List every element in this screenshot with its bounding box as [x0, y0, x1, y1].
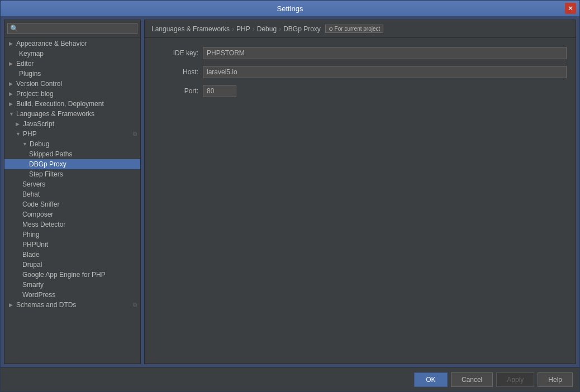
tree-container: ▶ Appearance & Behavior Keymap ▶ Editor [4, 37, 140, 364]
port-input[interactable] [203, 85, 236, 97]
arrow-icon: ▶ [9, 81, 15, 87]
sidebar-item-appearance[interactable]: ▶ Appearance & Behavior [4, 39, 140, 49]
sidebar-item-google-app-engine[interactable]: Google App Engine for PHP [4, 270, 140, 280]
host-label: Host: [154, 68, 198, 76]
copy-icon: ⧉ [133, 131, 137, 137]
breadcrumb-sep3: › [279, 25, 281, 33]
search-box [4, 20, 140, 37]
arrow-icon: ▶ [9, 101, 15, 107]
sidebar-item-drupal[interactable]: Drupal [4, 260, 140, 270]
breadcrumb-part4: DBGp Proxy [283, 25, 321, 33]
sidebar-item-build-execution[interactable]: ▶ Build, Execution, Deployment [4, 99, 140, 109]
sidebar-item-languages-frameworks[interactable]: ▼ Languages & Frameworks [4, 109, 140, 119]
sidebar-item-behat[interactable]: Behat [4, 189, 140, 199]
arrow-icon: ▶ [9, 41, 15, 46]
close-button[interactable]: ✕ [565, 3, 576, 14]
sidebar-item-code-sniffer[interactable]: Code Sniffer [4, 199, 140, 209]
sidebar-item-php[interactable]: ▼ PHP ⧉ [4, 129, 140, 139]
sidebar-item-keymap[interactable]: Keymap [4, 49, 140, 59]
arrow-icon: ▶ [9, 302, 15, 308]
breadcrumb-part2: PHP [236, 25, 250, 33]
apply-button[interactable]: Apply [496, 372, 534, 387]
title-bar: Settings ✕ [1, 1, 579, 16]
sidebar-item-dbgp-proxy[interactable]: DBGp Proxy [4, 159, 140, 169]
breadcrumb: Languages & Frameworks › PHP › Debug › D… [145, 20, 576, 38]
footer: OK Cancel Apply Help [1, 367, 579, 391]
arrow-icon: ▼ [22, 141, 28, 147]
project-tag-icon: ⊙ [329, 26, 333, 32]
sidebar-item-servers[interactable]: Servers [4, 179, 140, 189]
main-content: ▶ Appearance & Behavior Keymap ▶ Editor [1, 16, 579, 367]
copy-icon: ⧉ [133, 302, 137, 308]
arrow-icon: ▼ [9, 111, 15, 117]
sidebar-item-composer[interactable]: Composer [4, 209, 140, 219]
arrow-icon: ▶ [9, 61, 15, 66]
ok-button[interactable]: OK [414, 372, 448, 387]
sidebar-item-wordpress[interactable]: WordPress [4, 290, 140, 300]
arrow-icon: ▶ [16, 121, 21, 127]
sidebar-item-mess-detector[interactable]: Mess Detector [4, 219, 140, 230]
cancel-button[interactable]: Cancel [451, 372, 493, 387]
project-tag: ⊙ For current project [325, 25, 383, 33]
sidebar-item-project-blog[interactable]: ▶ Project: blog [4, 89, 140, 99]
sidebar-item-skipped-paths[interactable]: Skipped Paths [4, 149, 140, 159]
arrow-icon: ▶ [9, 91, 15, 97]
port-row: Port: [154, 85, 567, 97]
sidebar-item-plugins[interactable]: Plugins [4, 69, 140, 79]
sidebar-item-editor[interactable]: ▶ Editor [4, 59, 140, 69]
sidebar-item-phing[interactable]: Phing [4, 230, 140, 240]
ide-key-input[interactable] [203, 47, 567, 59]
search-input[interactable] [7, 23, 137, 34]
ide-key-label: IDE key: [154, 49, 198, 57]
sidebar-item-schemas-dtds[interactable]: ▶ Schemas and DTDs ⧉ [4, 300, 140, 310]
sidebar-item-smarty[interactable]: Smarty [4, 280, 140, 290]
sidebar-item-step-filters[interactable]: Step Filters [4, 169, 140, 179]
sidebar-item-blade[interactable]: Blade [4, 250, 140, 260]
breadcrumb-sep1: › [232, 25, 234, 33]
breadcrumb-part1: Languages & Frameworks [151, 25, 230, 33]
settings-window: Settings ✕ ▶ Appearance & Behavior Keyma [0, 0, 580, 392]
sidebar-item-javascript[interactable]: ▶ JavaScript [4, 119, 140, 129]
host-row: Host: [154, 66, 567, 78]
window-title: Settings [277, 4, 303, 13]
port-label: Port: [154, 87, 198, 95]
help-button[interactable]: Help [538, 372, 573, 387]
right-panel: Languages & Frameworks › PHP › Debug › D… [144, 20, 576, 364]
sidebar-item-phpunit[interactable]: PHPUnit [4, 240, 140, 250]
ide-key-row: IDE key: [154, 47, 567, 59]
breadcrumb-part3: Debug [257, 25, 277, 33]
sidebar: ▶ Appearance & Behavior Keymap ▶ Editor [4, 20, 141, 364]
sidebar-item-debug[interactable]: ▼ Debug [4, 139, 140, 149]
arrow-icon: ▼ [16, 131, 21, 137]
sidebar-item-version-control[interactable]: ▶ Version Control [4, 79, 140, 89]
form-area: IDE key: Host: Port: [145, 38, 576, 364]
breadcrumb-sep2: › [253, 25, 255, 33]
host-input[interactable] [203, 66, 567, 78]
